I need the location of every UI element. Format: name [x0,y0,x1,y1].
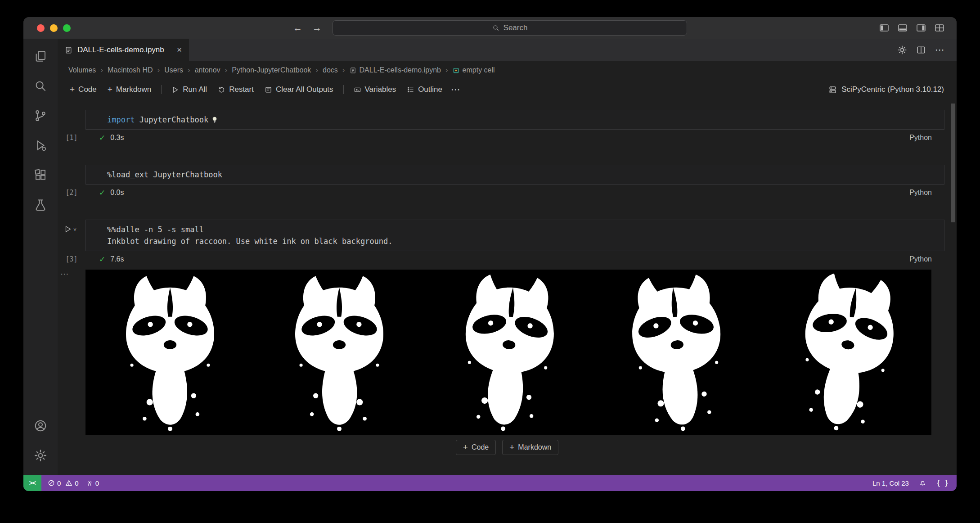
notebook-file-icon [65,46,72,54]
kernel-picker[interactable]: SciPyCentric (Python 3.10.12) [828,85,944,94]
search-placeholder: Search [503,23,528,32]
status-bar: >< 0 0 [23,475,957,491]
kernel-icon [828,86,837,94]
tab-notebook[interactable]: DALL-E-cells-demo.ipynb × [58,39,189,61]
chevron-right-icon: › [100,66,103,75]
cell-language[interactable]: Python [909,134,944,142]
plus-icon: + [108,85,112,95]
extensions-icon[interactable] [26,160,55,190]
error-icon [48,479,55,487]
cell-language[interactable]: Python [909,255,944,263]
tab-close-icon[interactable]: × [177,45,182,55]
search-icon [492,24,499,32]
variables-button[interactable]: Variables [349,82,401,97]
breadcrumb-item[interactable]: antonov [195,66,220,74]
output-gutter: ⋯ [58,270,85,435]
cell-gutter: [2] [58,165,85,201]
cell-status-bar: ✓ 7.6s Python [85,251,944,267]
execution-count: [2] [58,189,85,197]
breadcrumb-item[interactable]: Volumes [68,66,96,74]
execution-time: 7.6s [110,255,124,263]
brackets-icon[interactable]: { } [936,479,949,487]
cell-code-editor[interactable]: import JupyterChatbook [85,110,944,130]
code-text: Inkblot drawing of raccoon. Use white in… [107,237,393,246]
breadcrumb-item-file[interactable]: DALL-E-cells-demo.ipynb [350,66,441,74]
lightbulb-icon[interactable] [211,116,218,124]
account-icon[interactable] [26,411,55,441]
breadcrumb-item[interactable]: Python-JupyterChatbook [232,66,311,74]
run-debug-icon[interactable] [26,131,55,160]
kernel-name: SciPyCentric (Python 3.10.12) [841,85,944,94]
editor-more-actions-icon[interactable]: ⋯ [935,45,945,55]
back-icon[interactable]: ← [293,23,302,33]
run-cell-button[interactable]: ˅ [64,225,76,233]
vertical-scrollbar[interactable] [951,104,955,222]
breadcrumb-item[interactable]: Users [164,66,183,74]
close-window-button[interactable] [37,24,45,32]
notifications-bell-icon[interactable] [919,479,926,487]
notebook-editor: [1] import JupyterChatbook ✓ 0.3s Python [58,100,957,475]
notebook-toolbar: + Code + Markdown Run All [58,79,957,100]
variables-icon [354,86,361,94]
outline-button[interactable]: Outline [402,82,447,97]
split-editor-icon[interactable] [916,45,926,55]
remote-indicator[interactable]: >< [23,475,41,491]
chevron-right-icon: › [445,66,448,75]
cursor-position[interactable]: Ln 1, Col 23 [872,479,909,487]
customize-layout-icon[interactable] [934,23,945,33]
add-code-cell-button[interactable]: + Code [65,82,102,97]
toggle-primary-sidebar-icon[interactable] [879,23,890,33]
cell-code-editor[interactable]: %load_ext JupyterChatbook [85,165,944,185]
success-check-icon: ✓ [99,188,105,198]
breadcrumb: Volumes › Macintosh HD › Users › antonov… [58,61,957,79]
chevron-down-icon[interactable]: ˅ [73,227,76,233]
command-center-search[interactable]: Search [333,20,687,36]
minimize-window-button[interactable] [50,24,58,32]
toggle-panel-icon[interactable] [897,23,908,33]
code-text: %%dalle -n 5 -s small [107,225,204,234]
add-markdown-cell-button[interactable]: + Markdown [103,82,157,97]
toolbar-more-actions-icon[interactable]: ⋯ [451,84,461,95]
success-check-icon: ✓ [99,255,105,264]
chevron-right-icon: › [315,66,318,75]
run-all-button[interactable]: Run All [166,82,212,97]
code-cell-1[interactable]: [1] import JupyterChatbook ✓ 0.3s Python [58,110,944,146]
toggle-secondary-sidebar-icon[interactable] [916,23,926,33]
output-more-icon[interactable]: ⋯ [60,269,70,279]
testing-icon[interactable] [26,190,55,220]
breadcrumb-item-cell[interactable]: empty cell [453,66,495,74]
code-cell-2[interactable]: [2] %load_ext JupyterChatbook ✓ 0.0s Pyt… [58,165,944,201]
cell-icon [453,67,459,74]
cell-divider [85,467,944,467]
explorer-icon[interactable] [26,41,55,71]
cell-language[interactable]: Python [909,189,944,197]
cell-code-editor[interactable]: %%dalle -n 5 -s small Inkblot drawing of… [85,220,944,251]
outline-icon [407,86,414,94]
source-control-icon[interactable] [26,101,55,131]
restart-icon [218,86,225,94]
breadcrumb-item[interactable]: docs [323,66,338,74]
zoom-window-button[interactable] [63,24,71,32]
error-count: 0 [57,479,61,487]
breadcrumb-item[interactable]: Macintosh HD [108,66,153,74]
problems-indicator[interactable]: 0 0 [48,479,79,487]
activity-bar [23,39,58,475]
chevron-right-icon: › [225,66,228,75]
settings-gear-icon[interactable] [26,441,55,470]
plus-icon: + [70,85,75,95]
insert-markdown-cell-button[interactable]: + Markdown [502,440,558,455]
forward-icon[interactable]: → [312,23,322,33]
ports-indicator[interactable]: 0 [86,479,99,487]
search-sidebar-icon[interactable] [26,71,55,101]
restart-button[interactable]: Restart [213,82,259,97]
warning-icon [65,479,72,487]
raccoon-inkblot-1 [85,270,255,435]
vscode-window: ← → Search [23,17,957,491]
insert-code-cell-button[interactable]: + Code [456,440,496,455]
cell-status-bar: ✓ 0.3s Python [85,130,944,146]
editor-settings-gear-icon[interactable] [897,45,907,55]
tab-bar: DALL-E-cells-demo.ipynb × ⋯ [58,39,957,61]
clear-all-outputs-button[interactable]: Clear All Outputs [260,82,338,97]
code-cell-3[interactable]: ˅ [3] %%dalle -n 5 -s small Inkblot draw… [58,220,944,267]
tab-title: DALL-E-cells-demo.ipynb [77,45,164,54]
